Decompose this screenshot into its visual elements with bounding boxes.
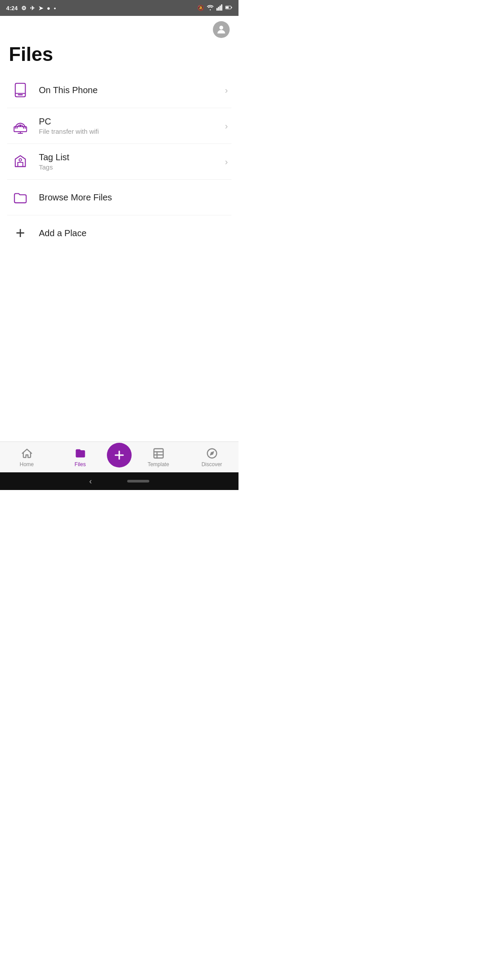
svg-rect-9 bbox=[18, 94, 23, 95]
files-nav-icon bbox=[74, 447, 87, 460]
template-nav-icon bbox=[152, 447, 165, 460]
svg-rect-3 bbox=[221, 4, 223, 11]
gesture-bar: ‹ bbox=[0, 472, 238, 490]
status-bar: 4:24 ⚙ ✈ ➤ ● • 🔕 bbox=[0, 0, 238, 16]
svg-rect-11 bbox=[14, 127, 27, 132]
menu-item-on-this-phone[interactable]: On This Phone › bbox=[7, 72, 231, 108]
browse-more-label: Browse More Files bbox=[39, 192, 228, 203]
add-place-label: Add a Place bbox=[39, 228, 228, 238]
battery-icon bbox=[225, 4, 232, 12]
svg-point-15 bbox=[19, 158, 22, 161]
fab-button[interactable] bbox=[107, 443, 132, 467]
folder-icon bbox=[11, 188, 30, 207]
status-right: 🔕 bbox=[197, 4, 232, 12]
svg-rect-6 bbox=[226, 6, 229, 8]
home-nav-icon bbox=[21, 447, 33, 460]
whatsapp-icon: ● bbox=[47, 5, 50, 11]
pc-text: PC File transfer with wifi bbox=[39, 117, 225, 135]
template-nav-label: Template bbox=[148, 461, 169, 467]
on-this-phone-text: On This Phone bbox=[39, 85, 225, 95]
menu-list: On This Phone › PC File transfer with wi… bbox=[0, 72, 238, 251]
svg-marker-21 bbox=[210, 451, 214, 456]
status-left: 4:24 ⚙ ✈ ➤ ● • bbox=[6, 5, 56, 11]
page-title: Files bbox=[0, 40, 238, 72]
tag-list-chevron: › bbox=[225, 157, 228, 167]
tag-list-text: Tag List Tags bbox=[39, 152, 225, 171]
svg-rect-2 bbox=[220, 5, 221, 10]
svg-point-14 bbox=[19, 125, 21, 127]
browse-more-text: Browse More Files bbox=[39, 192, 228, 203]
menu-item-browse-more[interactable]: Browse More Files bbox=[7, 180, 231, 215]
discover-nav-label: Discover bbox=[201, 461, 222, 467]
signal-icon bbox=[216, 4, 223, 12]
tag-icon bbox=[11, 152, 30, 171]
home-nav-label: Home bbox=[19, 461, 34, 467]
avatar[interactable] bbox=[213, 21, 230, 38]
nav-item-home[interactable]: Home bbox=[0, 447, 53, 467]
nav-item-files[interactable]: Files bbox=[53, 447, 107, 467]
files-nav-label: Files bbox=[75, 461, 86, 467]
svg-rect-5 bbox=[231, 7, 232, 8]
paper-plane-icon: ➤ bbox=[38, 5, 43, 11]
svg-rect-1 bbox=[218, 7, 220, 10]
add-place-plus-icon: + bbox=[11, 223, 30, 243]
dot-icon: • bbox=[54, 5, 56, 11]
send-off-icon: ✈ bbox=[30, 5, 35, 11]
on-this-phone-chevron: › bbox=[225, 85, 228, 95]
svg-rect-16 bbox=[154, 449, 163, 458]
on-this-phone-label: On This Phone bbox=[39, 85, 225, 95]
tag-list-sub: Tags bbox=[39, 163, 225, 171]
wifi-icon bbox=[207, 4, 214, 12]
menu-item-pc[interactable]: PC File transfer with wifi › bbox=[7, 108, 231, 144]
home-indicator[interactable] bbox=[127, 480, 149, 482]
bottom-nav: Home Files Template Discover bbox=[0, 441, 238, 472]
pc-chevron: › bbox=[225, 121, 228, 131]
discover-nav-icon bbox=[206, 447, 218, 460]
add-place-text: Add a Place bbox=[39, 228, 228, 238]
back-button[interactable]: ‹ bbox=[89, 477, 92, 486]
fab-plus-icon bbox=[113, 449, 126, 462]
gear-icon: ⚙ bbox=[21, 5, 26, 11]
wifi-monitor-icon bbox=[11, 116, 30, 136]
top-bar bbox=[0, 16, 238, 40]
svg-rect-0 bbox=[216, 8, 218, 11]
svg-point-7 bbox=[220, 26, 223, 30]
status-time: 4:24 bbox=[6, 5, 18, 11]
pc-sub: File transfer with wifi bbox=[39, 128, 225, 135]
phone-icon bbox=[11, 80, 30, 100]
menu-item-tag-list[interactable]: Tag List Tags › bbox=[7, 144, 231, 180]
menu-item-add-place[interactable]: + Add a Place bbox=[7, 215, 231, 251]
nav-item-template[interactable]: Template bbox=[132, 447, 185, 467]
nav-item-discover[interactable]: Discover bbox=[185, 447, 238, 467]
bell-off-icon: 🔕 bbox=[197, 5, 204, 11]
tag-list-label: Tag List bbox=[39, 152, 225, 162]
pc-label: PC bbox=[39, 117, 225, 127]
